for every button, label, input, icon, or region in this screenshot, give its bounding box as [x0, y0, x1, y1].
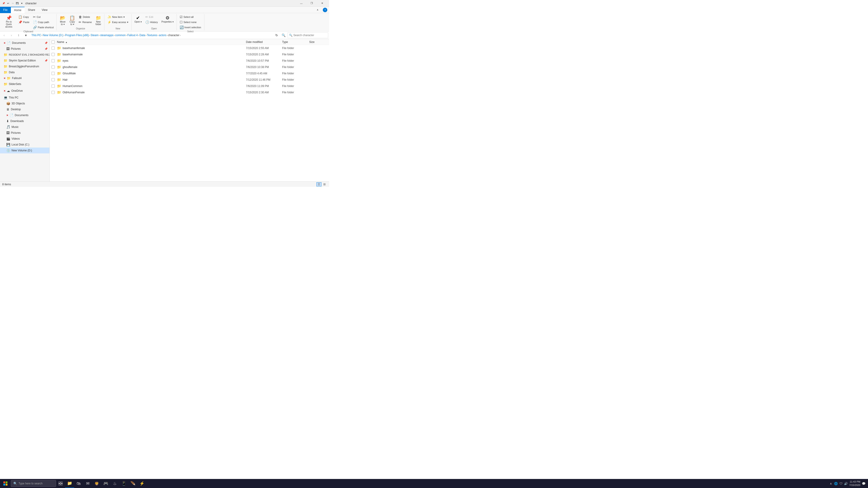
col-type-header[interactable]: Type — [282, 40, 309, 43]
copy-button[interactable]: 📋 Copy — [17, 14, 31, 20]
row-checkbox[interactable] — [52, 59, 55, 62]
row-check[interactable] — [52, 91, 57, 94]
table-row[interactable]: 📁 GhoulMale 7/7/2020 4:45 AM File folder — [50, 70, 329, 76]
col-size-header[interactable]: Size — [309, 40, 327, 43]
ribbon-collapse-button[interactable]: ∧ — [312, 6, 323, 13]
copy-to-button[interactable]: 📋 Copy to ▾ — [68, 14, 76, 27]
minimize-button[interactable]: — — [296, 0, 307, 7]
row-checkbox[interactable] — [52, 72, 55, 75]
breadcrumb-steam[interactable]: Steam — [91, 34, 98, 37]
sidebar-item-music[interactable]: 🎵 Music — [0, 124, 50, 130]
breadcrumb-actors[interactable]: actors — [159, 34, 166, 37]
sidebar-item-data[interactable]: 📁 Data — [0, 69, 50, 75]
table-row[interactable]: 📁 HumanCommon 7/6/2020 11:09 PM File fol… — [50, 83, 329, 89]
recent-button[interactable]: ▾ — [23, 32, 29, 38]
delete-button[interactable]: 🗑 Delete — [77, 14, 93, 20]
copy-path-button[interactable]: 📄 Copy path — [31, 20, 55, 25]
close-button[interactable]: ✕ — [317, 0, 327, 7]
details-view-btn[interactable]: ☰ — [316, 182, 321, 186]
row-check[interactable] — [52, 85, 57, 88]
sidebar-item-re2[interactable]: 📁 RESIDENT EVIL 2 BIOHAZARD RE2 📌 — [0, 52, 50, 58]
sidebar-item-videos[interactable]: 🎬 Videos — [0, 136, 50, 142]
row-checkbox[interactable] — [52, 53, 55, 56]
sidebar-item-desktop[interactable]: 🖥 Desktop — [0, 106, 50, 112]
row-check[interactable] — [52, 66, 57, 69]
search-button[interactable]: 🔍 — [280, 32, 287, 38]
sidebar-item-documents2[interactable]: ✕ 📄 Documents — [0, 112, 50, 118]
customize-icon[interactable]: ▾ — [20, 2, 24, 5]
header-check[interactable] — [52, 40, 57, 43]
move-to-button[interactable]: 📂 Move to ▾ — [58, 14, 67, 27]
row-checkbox[interactable] — [52, 78, 55, 81]
refresh-button[interactable]: ↻ — [274, 32, 280, 38]
sidebar-item-downloads[interactable]: ⬇ Downloads — [0, 118, 50, 124]
select-none-button[interactable]: ☐ Select none — [178, 20, 203, 25]
history-button[interactable]: 🕒 History — [144, 20, 159, 25]
table-row[interactable]: 📁 basehumanmale 7/15/2020 2:28 AM File f… — [50, 51, 329, 58]
row-check[interactable] — [52, 46, 57, 50]
new-item-button[interactable]: ✨ New item ▾ — [106, 14, 130, 20]
sidebar-item-onedrive[interactable]: ✕ ☁ OneDrive — [0, 88, 50, 94]
forward-button[interactable]: › — [8, 32, 14, 38]
sidebar-item-new-volume[interactable]: 💿 New Volume (D:) — [0, 148, 50, 153]
row-check[interactable] — [52, 78, 57, 81]
up-button[interactable]: ↑ — [16, 32, 22, 38]
row-check[interactable] — [52, 72, 57, 75]
row-check[interactable] — [52, 59, 57, 62]
sidebar-item-breast[interactable]: 📁 BreastJigglesPanundrum — [0, 64, 50, 69]
back-button[interactable]: ‹ — [1, 32, 7, 38]
table-row[interactable]: 📁 OldHumanFemale 7/15/2020 2:30 AM File … — [50, 89, 329, 96]
cut-button[interactable]: ✂ Cut — [31, 14, 55, 20]
tab-view[interactable]: View — [38, 7, 51, 13]
paste-shortcut-button[interactable]: 🔗 Paste shortcut — [31, 25, 55, 30]
sidebar-item-fallout4[interactable]: ✕ 📁 Fallout4 — [0, 75, 50, 81]
select-all-button[interactable]: ☑ Select all — [178, 14, 203, 20]
tab-file[interactable]: File — [0, 7, 11, 13]
breadcrumb-common[interactable]: common — [115, 34, 126, 37]
tab-home[interactable]: Home — [11, 7, 25, 13]
table-row[interactable]: 📁 basehumanfemale 7/15/2020 2:55 AM File… — [50, 45, 329, 51]
col-name-header[interactable]: Name ▲ — [57, 40, 246, 43]
sidebar-item-3d-objects[interactable]: 📦 3D Objects — [0, 101, 50, 106]
large-icon-view-btn[interactable]: ⊞ — [322, 182, 327, 186]
invert-selection-button[interactable]: 🔄 Invert selection — [178, 25, 203, 30]
breadcrumb-data[interactable]: Data — [140, 34, 145, 37]
row-checkbox[interactable] — [52, 85, 55, 88]
breadcrumb-fallout4[interactable]: Fallout 4 — [127, 34, 138, 37]
sidebar-item-this-pc[interactable]: 💻 This PC — [0, 95, 50, 101]
sidebar-item-documents[interactable]: ✕ 📄 Documents 📌 — [0, 40, 50, 46]
undo-icon[interactable]: ↩ — [6, 2, 10, 5]
table-row[interactable]: 📁 Hair 7/12/2020 11:46 PM File folder — [50, 76, 329, 83]
search-box[interactable]: 🔍 — [287, 32, 328, 38]
open-button[interactable]: ✔ Open ▾ — [133, 14, 143, 24]
search-input[interactable] — [293, 34, 327, 37]
restore-button[interactable]: ❐ — [307, 0, 317, 7]
row-check[interactable] — [52, 53, 57, 56]
table-row[interactable]: 📁 eyes 7/6/2020 10:57 PM File folder — [50, 58, 329, 64]
help-button[interactable]: ? — [323, 8, 327, 12]
breadcrumb-this-pc[interactable]: This PC — [31, 34, 41, 37]
sidebar-item-slidersets[interactable]: 📁 SliderSets — [0, 81, 50, 87]
edit-button[interactable]: ✏ Edit — [144, 14, 159, 20]
rename-button[interactable]: ✏ Rename — [77, 20, 93, 25]
row-checkbox[interactable] — [52, 66, 55, 69]
row-checkbox[interactable] — [52, 91, 55, 94]
table-row[interactable]: 📁 ghoulfemale 7/6/2020 10:38 PM File fol… — [50, 64, 329, 70]
breadcrumb-new-volume[interactable]: New Volume (D:) — [43, 34, 63, 37]
breadcrumb-steamapps[interactable]: steamapps — [100, 34, 114, 37]
pin-to-quick-access-button[interactable]: 📌 Pin to Quick access — [1, 14, 16, 29]
sidebar-item-local-disk[interactable]: 💾 Local Disk (C:) — [0, 142, 50, 148]
sidebar-item-skyrim[interactable]: 📁 Skyrim Special Edition 📌 — [0, 58, 50, 64]
tab-share[interactable]: Share — [25, 7, 38, 13]
row-checkbox[interactable] — [52, 46, 55, 50]
breadcrumb[interactable]: This PC › New Volume (D:) › Program File… — [30, 32, 273, 38]
paste-button[interactable]: 📌 Paste — [17, 20, 31, 25]
properties-button[interactable]: ⚙ Properties ▾ — [160, 14, 175, 24]
new-folder-button[interactable]: 📁 New folder — [94, 14, 103, 27]
sidebar-item-pictures[interactable]: 🖼 Pictures 📌 — [0, 46, 50, 52]
col-date-header[interactable]: Date modified — [246, 40, 282, 43]
sidebar-item-pictures2[interactable]: 🖼 Pictures — [0, 130, 50, 136]
easy-access-button[interactable]: ⚡ Easy access ▾ — [106, 20, 130, 25]
breadcrumb-textures[interactable]: Textures — [147, 34, 157, 37]
select-all-checkbox[interactable] — [52, 40, 55, 43]
